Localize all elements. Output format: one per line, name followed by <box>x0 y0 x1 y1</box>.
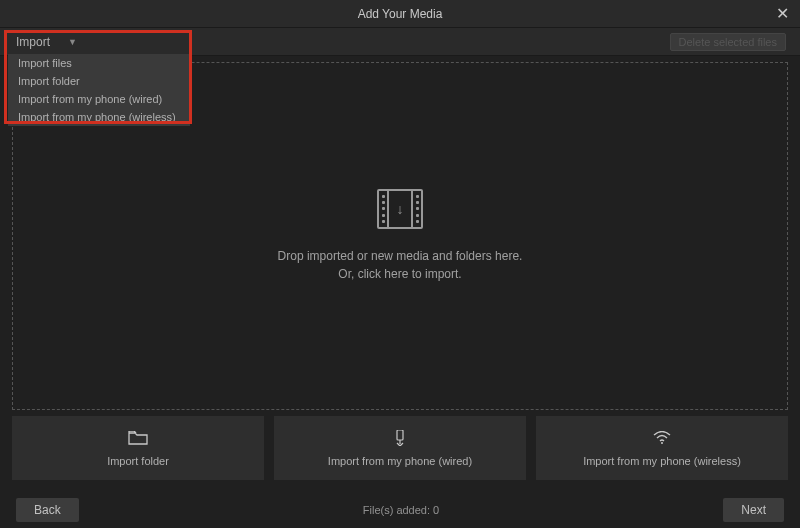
dropdown-item-import-phone-wireless[interactable]: Import from my phone (wireless) <box>8 108 190 126</box>
close-icon[interactable]: ✕ <box>772 4 792 23</box>
film-download-icon: ↓ <box>377 189 423 229</box>
action-label: Import from my phone (wireless) <box>583 455 741 467</box>
svg-point-2 <box>661 442 663 444</box>
wifi-icon <box>653 429 671 447</box>
dropdown-item-import-folder[interactable]: Import folder <box>8 72 190 90</box>
action-import-phone-wireless[interactable]: Import from my phone (wireless) <box>536 416 788 480</box>
import-label: Import <box>16 35 50 49</box>
back-button[interactable]: Back <box>16 498 79 522</box>
import-dropdown-button[interactable]: Import ▼ <box>10 33 83 51</box>
action-import-phone-wired[interactable]: Import from my phone (wired) <box>274 416 526 480</box>
window-title: Add Your Media <box>358 7 443 21</box>
import-dropdown-menu: Import files Import folder Import from m… <box>8 54 190 126</box>
title-bar: Add Your Media ✕ <box>0 0 800 28</box>
dropdown-item-import-phone-wired[interactable]: Import from my phone (wired) <box>8 90 190 108</box>
action-row: Import folder Import from my phone (wire… <box>0 416 800 480</box>
folder-icon <box>128 429 148 447</box>
next-button[interactable]: Next <box>723 498 784 522</box>
action-label: Import from my phone (wired) <box>328 455 472 467</box>
delete-selected-button[interactable]: Delete selected files <box>670 33 786 51</box>
chevron-down-icon: ▼ <box>68 37 77 47</box>
drop-text-line2: Or, click here to import. <box>278 265 523 283</box>
phone-wired-icon <box>393 429 407 447</box>
drop-text-line1: Drop imported or new media and folders h… <box>278 247 523 265</box>
action-import-folder[interactable]: Import folder <box>12 416 264 480</box>
drop-zone-text: Drop imported or new media and folders h… <box>278 247 523 283</box>
toolbar: Import ▼ Delete selected files <box>0 28 800 56</box>
footer-bar: Back File(s) added: 0 Next <box>0 492 800 528</box>
svg-rect-0 <box>397 430 403 440</box>
files-added-status: File(s) added: 0 <box>79 504 724 516</box>
dropdown-item-import-files[interactable]: Import files <box>8 54 190 72</box>
action-label: Import folder <box>107 455 169 467</box>
